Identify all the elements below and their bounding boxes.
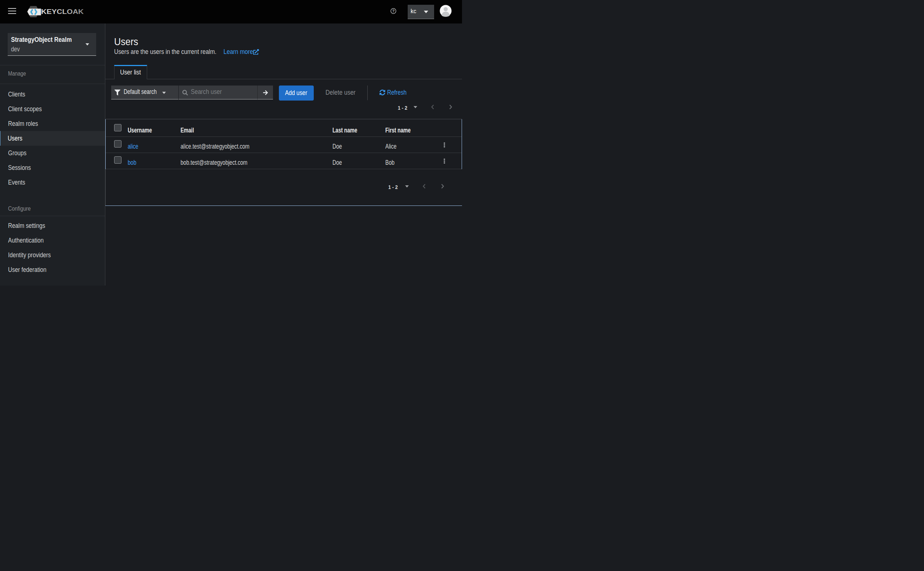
svg-text:?: ? [392,9,395,13]
svg-text:KEYCLOAK: KEYCLOAK [41,8,84,15]
